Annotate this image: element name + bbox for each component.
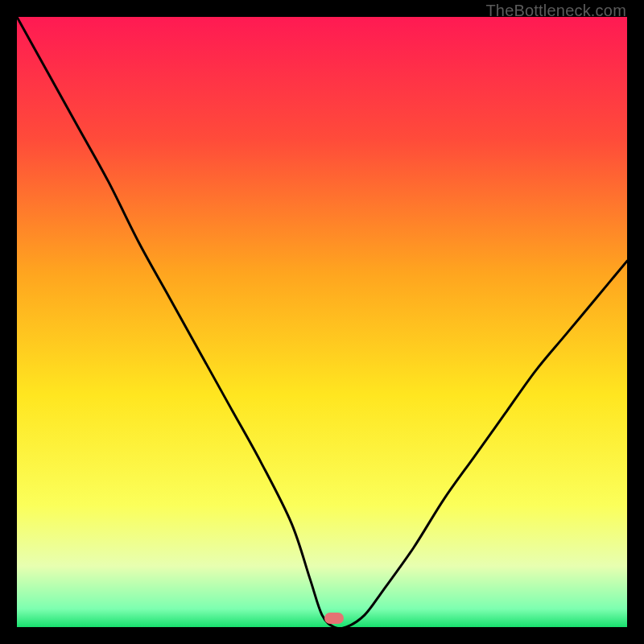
watermark-label: TheBottleneck.com — [485, 2, 626, 20]
plot-area — [17, 17, 627, 627]
bottleneck-curve — [17, 17, 627, 627]
optimum-marker — [324, 613, 344, 624]
chart-frame: TheBottleneck.com — [0, 0, 644, 644]
